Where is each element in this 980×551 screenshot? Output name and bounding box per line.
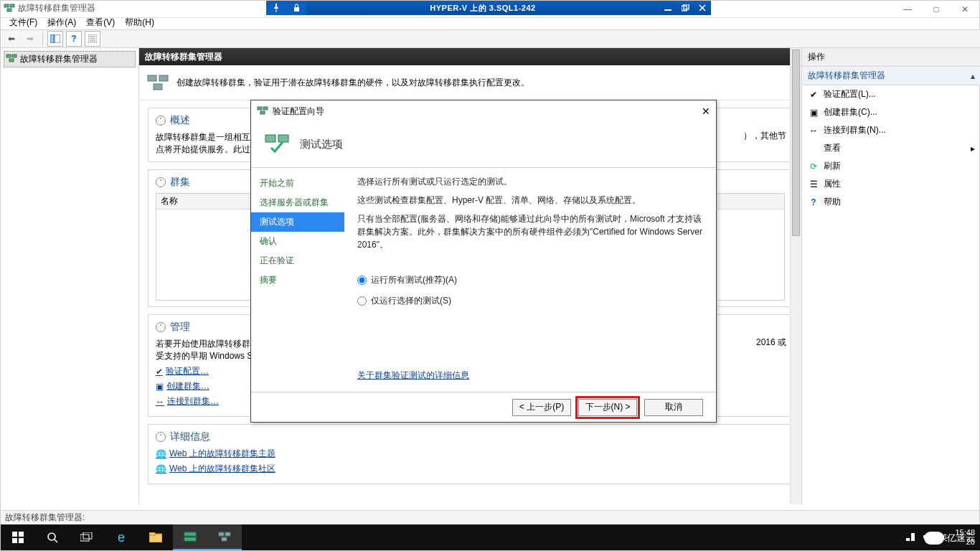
- task-view-button[interactable]: [70, 524, 104, 550]
- svg-rect-26: [19, 538, 24, 543]
- svg-rect-30: [83, 532, 92, 539]
- svg-rect-7: [55, 34, 60, 43]
- svg-rect-35: [219, 532, 224, 536]
- wizard-step-confirm[interactable]: 确认: [251, 232, 344, 251]
- wizard-more-info-link[interactable]: 关于群集验证测试的详细信息: [357, 369, 703, 382]
- taskbar-search-button[interactable]: [35, 524, 70, 550]
- nav-back-button[interactable]: ⬅: [4, 31, 19, 47]
- link-validate-label: 验证配置…: [166, 365, 209, 377]
- link-web-topics-label: Web 上的故障转移群集主题: [169, 448, 275, 460]
- action-create[interactable]: ▣ 创建群集(C)...: [802, 103, 980, 121]
- actions-section-header[interactable]: 故障转移群集管理器 ▴: [802, 67, 980, 85]
- svg-rect-16: [159, 75, 168, 81]
- chevron-up-icon: ˄: [156, 432, 166, 442]
- center-scrollbar[interactable]: [790, 48, 801, 504]
- taskbar-explorer[interactable]: [138, 524, 173, 550]
- svg-rect-13: [12, 55, 17, 57]
- svg-rect-25: [12, 538, 17, 543]
- wizard-banner-icon: [263, 129, 291, 160]
- taskbar-cluster-manager[interactable]: [207, 524, 242, 550]
- tray-network-icon[interactable]: [905, 532, 915, 543]
- status-bar-text: 故障转移群集管理器:: [5, 512, 85, 524]
- tree-pane: 故障转移群集管理器: [1, 48, 139, 504]
- taskbar-ie[interactable]: e: [104, 524, 138, 550]
- radio-run-selected[interactable]: 仅运行选择的测试(S): [357, 295, 703, 307]
- wizard-window-title: 验证配置向导: [273, 105, 324, 118]
- tree-root-item[interactable]: 故障转移群集管理器: [4, 51, 136, 67]
- properties-button[interactable]: [85, 31, 100, 47]
- svg-rect-4: [10, 4, 14, 7]
- action-properties[interactable]: ☰ 属性: [802, 175, 980, 193]
- status-bar: 故障转移群集管理器:: [1, 510, 979, 524]
- section-details-head[interactable]: ˄ 详细信息: [156, 430, 785, 443]
- svg-rect-5: [7, 9, 11, 11]
- wizard-step-select[interactable]: 选择服务器或群集: [251, 193, 344, 212]
- section-clusters-title: 群集: [170, 176, 190, 189]
- validate-config-wizard: 验证配置向导 ✕ 测试选项 开始之前 选择服务器或群集 测试选项 确认 正在验证…: [250, 100, 717, 423]
- menu-file[interactable]: 文件(F): [5, 15, 42, 30]
- action-refresh[interactable]: ⟳ 刷新: [802, 157, 980, 175]
- svg-rect-6: [50, 34, 54, 43]
- nav-forward-button[interactable]: ➡: [22, 31, 38, 47]
- cluster-manager-icon: [4, 2, 15, 14]
- taskbar-server-manager[interactable]: [173, 524, 207, 550]
- action-connect[interactable]: ↔ 连接到群集(N)...: [802, 121, 980, 139]
- globe-icon: 🌐: [156, 449, 166, 459]
- lock-icon[interactable]: [286, 1, 306, 15]
- pin-icon[interactable]: [266, 1, 286, 15]
- radio-run-all-input[interactable]: [357, 276, 367, 285]
- link-create-label: 创建群集…: [166, 380, 209, 392]
- wizard-step-summary[interactable]: 摘要: [251, 270, 344, 290]
- wizard-paragraph-2: 这些测试检查群集配置、Hyper-V 配置、清单、网络、存储以及系统配置。: [357, 194, 703, 207]
- action-create-label: 创建群集(C)...: [824, 106, 877, 118]
- scrollbar-thumb[interactable]: [792, 50, 800, 236]
- link-web-topics[interactable]: 🌐 Web 上的故障转移群集主题: [156, 448, 785, 460]
- action-view-label: 查看: [824, 142, 841, 154]
- wizard-step-before[interactable]: 开始之前: [251, 174, 344, 193]
- radio-run-all[interactable]: 运行所有测试(推荐)(A): [357, 274, 703, 286]
- wizard-titlebar: 验证配置向导 ✕: [251, 100, 716, 122]
- remote-close-button[interactable]: [694, 1, 711, 15]
- radio-run-selected-input[interactable]: [357, 296, 367, 306]
- radio-run-selected-label: 仅运行选择的测试(S): [371, 295, 451, 307]
- wizard-next-button[interactable]: 下一步(N) >: [578, 399, 637, 416]
- svg-rect-33: [184, 532, 196, 536]
- wizard-content: 选择运行所有测试或只运行选定的测试。 这些测试检查群集配置、Hyper-V 配置…: [344, 168, 716, 392]
- section-manage-tail: 2016 或: [756, 336, 786, 349]
- tree-root-label: 故障转移群集管理器: [20, 53, 98, 65]
- remote-minimize-button[interactable]: [659, 1, 677, 15]
- wizard-prev-button[interactable]: < 上一步(P): [512, 399, 571, 416]
- svg-rect-38: [906, 538, 910, 541]
- wizard-step-validating[interactable]: 正在验证: [251, 251, 344, 270]
- svg-rect-22: [278, 135, 288, 142]
- wizard-step-test-options[interactable]: 测试选项: [251, 212, 344, 232]
- globe-icon: 🌐: [156, 464, 166, 474]
- wizard-close-button[interactable]: ✕: [702, 105, 710, 117]
- action-validate-label: 验证配置(L)...: [824, 88, 876, 100]
- menu-help[interactable]: 帮助(H): [121, 15, 159, 30]
- wizard-banner: 测试选项: [251, 122, 716, 168]
- start-button[interactable]: [1, 524, 35, 550]
- action-help[interactable]: ? 帮助: [802, 193, 980, 211]
- watermark-text: 亿速云: [947, 532, 975, 545]
- wizard-cancel-button[interactable]: 取消: [644, 399, 703, 416]
- menu-action[interactable]: 操作(A): [43, 15, 80, 30]
- menu-view[interactable]: 查看(V): [82, 15, 119, 30]
- validate-icon: ✔: [156, 367, 163, 377]
- remote-restore-button[interactable]: [677, 1, 694, 15]
- help-icon: ?: [808, 197, 819, 208]
- show-tree-button[interactable]: [47, 31, 63, 47]
- wizard-button-row: < 上一步(P) 下一步(N) > 取消: [251, 392, 716, 422]
- action-validate[interactable]: ✔ 验证配置(L)...: [802, 85, 980, 103]
- refresh-icon: ⟳: [808, 161, 819, 172]
- link-connect-label: 连接到群集…: [167, 395, 219, 408]
- wizard-steps: 开始之前 选择服务器或群集 测试选项 确认 正在验证 摘要: [251, 168, 344, 392]
- menu-bar: 文件(F) 操作(A) 查看(V) 帮助(H): [1, 15, 980, 29]
- action-view[interactable]: 查看 ▸: [802, 139, 980, 157]
- app-title: 故障转移群集管理器: [18, 2, 95, 14]
- action-connect-label: 连接到群集(N)...: [824, 124, 886, 136]
- help-button[interactable]: ?: [66, 31, 82, 47]
- wizard-paragraph-1: 选择运行所有测试或只运行选定的测试。: [357, 175, 703, 188]
- section-details-title: 详细信息: [170, 430, 210, 443]
- link-web-community[interactable]: 🌐 Web 上的故障转移群集社区: [156, 463, 785, 475]
